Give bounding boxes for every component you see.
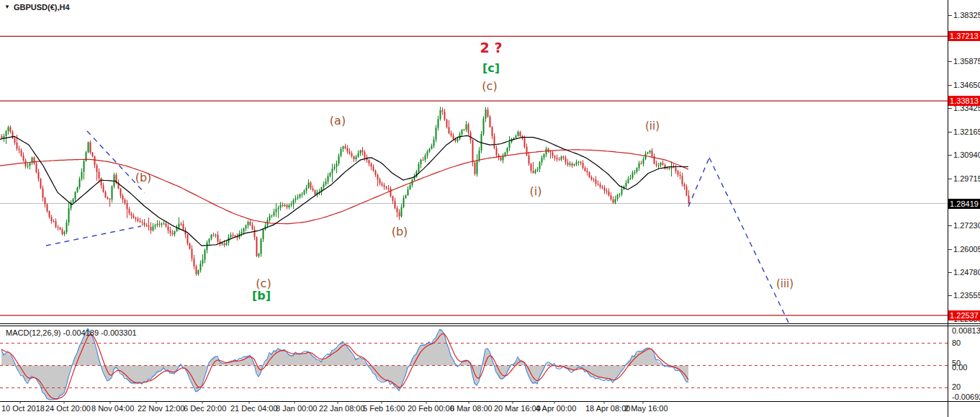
price-axis-tick: 1.38325 (953, 11, 980, 19)
time-axis-label[interactable]: 20 Feb 00:00 (408, 404, 454, 413)
time-axis-label[interactable]: 21 Dec 04:00 (230, 404, 277, 413)
time-axis-label[interactable]: 4 Apr 00:00 (536, 404, 576, 413)
price-axis-tick: 1.30940 (953, 151, 980, 159)
projection-down-leg[interactable] (709, 158, 790, 326)
price-axis-tick: 1.27230 (953, 221, 980, 230)
price-axis-tick: 1.24780 (953, 268, 980, 277)
price-level-badge: 1.33813 (948, 96, 980, 106)
time-axis-label[interactable]: 22 Jan 08:00 (319, 404, 365, 413)
macd-indicator-label: MACD(12,26,9) -0.004189 -0.003301 (6, 328, 137, 337)
time-axis-label[interactable]: 6 Mar 08:00 (450, 404, 493, 413)
elliott-wave-label[interactable]: (iii) (776, 277, 794, 290)
macd-axis-label: 80 (952, 338, 961, 347)
elliott-wave-label[interactable]: [c] (482, 61, 500, 75)
elliott-wave-label[interactable]: 2 ? (480, 40, 503, 55)
price-level-badge: 1.22537 (948, 310, 980, 320)
collapse-triangle-icon[interactable]: ▼ (4, 4, 10, 10)
price-level-badge: 1.37213 (948, 31, 980, 41)
time-axis-label[interactable]: 10 Oct 2018 (1, 404, 45, 413)
time-axis-label[interactable]: 22 Nov 12:00 (138, 404, 184, 413)
trading-chart-window: ▼ GBPUSD(€),H4 MACD(12,26,9) -0.004189 -… (0, 0, 980, 417)
price-axis-tick: 1.29715 (953, 174, 980, 183)
symbol-timeframe-label: GBPUSD(€),H4 (14, 3, 70, 12)
elliott-wave-label[interactable]: (ii) (645, 120, 660, 133)
elliott-wave-label[interactable]: (i) (530, 184, 542, 198)
elliott-wave-label[interactable]: (a) (330, 114, 346, 127)
price-axis-tick: 1.26005 (953, 245, 980, 254)
projection-up-leg[interactable] (688, 158, 709, 207)
elliott-wave-label[interactable]: [b] (252, 289, 271, 302)
macd-axis-label: 0.008136 (952, 326, 980, 335)
time-axis-label[interactable]: 8 Jan 00:00 (276, 404, 318, 413)
elliott-wave-label[interactable]: (b) (135, 171, 152, 184)
price-axis-tick: 1.32165 (953, 127, 980, 136)
macd-axis-label: -0.006926 (952, 393, 980, 401)
price-axis-tick: 1.35875 (953, 57, 980, 66)
time-axis-label[interactable]: 5 Feb 16:00 (363, 404, 405, 413)
macd-axis-label: 20 (952, 382, 961, 391)
time-axis-label[interactable]: 2 May 16:00 (624, 404, 668, 413)
price-axis-tick: 1.23555 (953, 291, 980, 300)
macd-axis-label: 0.00 (952, 363, 967, 372)
time-axis-label[interactable]: 20 Mar 16:00 (494, 404, 541, 413)
time-axis-label[interactable]: 6 Dec 20:00 (184, 404, 226, 413)
price-level-badge: 1.28419 (948, 199, 980, 209)
candlestick-series[interactable] (1, 107, 690, 276)
elliott-wave-label[interactable]: (b) (392, 225, 408, 238)
price-axis-tick: 1.34650 (953, 81, 980, 89)
time-axis-label[interactable]: 8 Nov 04:00 (91, 404, 134, 413)
chart-symbol-header[interactable]: ▼ GBPUSD(€),H4 (4, 3, 70, 12)
time-axis-label[interactable]: 24 Oct 20:00 (45, 404, 91, 413)
elliott-wave-label[interactable]: (c) (482, 79, 497, 93)
